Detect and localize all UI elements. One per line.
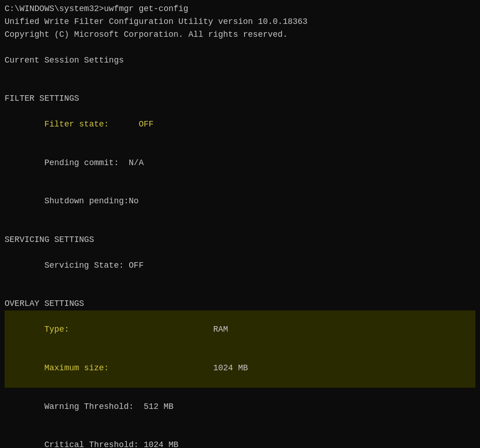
filter-state-label: Filter state: xyxy=(24,120,138,129)
current-session-header: Current Session Settings xyxy=(5,54,475,67)
terminal-window: C:\WINDOWS\system32>uwfmgr get-config Un… xyxy=(0,0,480,448)
shutdown-pending-value: No xyxy=(129,196,139,206)
pending-commit-label: Pending commit: xyxy=(24,158,129,167)
type-label: Type: xyxy=(24,325,213,334)
critical-threshold-line: Critical Threshold: 1024 MB xyxy=(5,426,475,448)
servicing-state-value: OFF xyxy=(129,261,143,270)
warning-threshold-value: 512 MB xyxy=(143,402,173,411)
type-value: RAM xyxy=(213,325,228,334)
critical-threshold-value: 1024 MB xyxy=(143,440,178,448)
critical-threshold-label: Critical Threshold: xyxy=(24,440,143,448)
servicing-settings-header: SERVICING SETTINGS xyxy=(5,234,475,247)
pending-commit-value: N/A xyxy=(129,158,143,167)
servicing-state-label: Servicing State: xyxy=(24,261,129,270)
shutdown-pending-line: Shutdown pending:No xyxy=(5,182,475,221)
shutdown-pending-label: Shutdown pending: xyxy=(24,196,129,206)
copyright-line: Copyright (C) Microsoft Corporation. All… xyxy=(5,29,475,41)
filter-state-value: OFF xyxy=(139,120,154,129)
utility-title: Unified Write Filter Configuration Utili… xyxy=(5,16,475,29)
overlay-settings-header: OVERLAY SETTINGS xyxy=(5,298,475,310)
filter-state-line: Filter state: OFF xyxy=(5,105,475,144)
warning-threshold-line: Warning Threshold: 512 MB xyxy=(5,388,475,426)
filter-settings-header: FILTER SETTINGS xyxy=(5,92,475,105)
pending-commit-line: Pending commit: N/A xyxy=(5,144,475,183)
type-line: Type: RAM xyxy=(5,310,475,349)
servicing-state-line: Servicing State: OFF xyxy=(5,247,475,285)
prompt-line: C:\WINDOWS\system32>uwfmgr get-config xyxy=(5,3,475,16)
max-size-label: Maximum size: xyxy=(24,363,213,373)
warning-threshold-label: Warning Threshold: xyxy=(24,402,143,411)
max-size-value: 1024 MB xyxy=(213,363,248,373)
max-size-line: Maximum size: 1024 MB xyxy=(5,349,475,388)
